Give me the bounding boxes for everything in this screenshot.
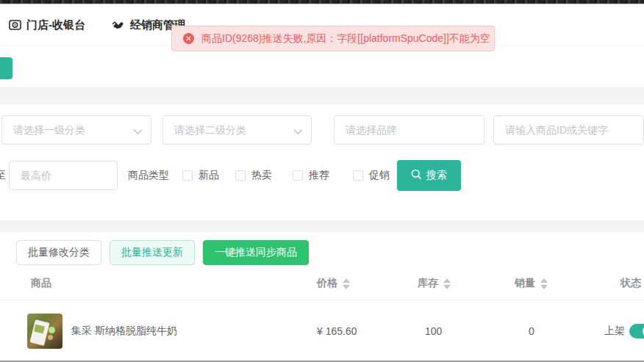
sales-cell: 0 xyxy=(512,325,594,337)
product-type-label: 商品类型 xyxy=(128,169,169,182)
max-price-field[interactable] xyxy=(9,161,118,190)
caret-down-icon[interactable] xyxy=(540,285,548,289)
filter-row-selects xyxy=(0,115,644,145)
checkbox-label: 热卖 xyxy=(251,169,272,182)
filter-panel: 至 商品类型 新品 热卖 推荐 促销 xyxy=(0,104,644,220)
max-price-input[interactable] xyxy=(9,161,118,190)
checkbox-icon[interactable] xyxy=(235,170,246,181)
status-toggle[interactable] xyxy=(629,324,644,339)
nav-item-label: 门店-收银台 xyxy=(26,18,85,32)
category-level2-select[interactable] xyxy=(162,115,312,145)
product-thumbnail[interactable] xyxy=(27,314,62,349)
error-toast-message: 商品ID(9268)推送失败,原因：字段[[platformSpuCode]]不… xyxy=(201,32,490,46)
stock-cell: 100 xyxy=(415,325,512,337)
price-cell: ¥ 165.60 xyxy=(314,325,415,337)
checkbox-promotion[interactable]: 促销 xyxy=(353,169,390,182)
cashier-monitor-icon xyxy=(9,19,21,31)
checkbox-icon[interactable] xyxy=(293,170,303,181)
checkbox-icon[interactable] xyxy=(353,170,363,181)
header-stock-label: 库存 xyxy=(418,277,438,290)
status-label: 上架 xyxy=(604,325,625,338)
category-level2-input[interactable] xyxy=(162,115,312,145)
chevron-down-icon xyxy=(293,126,303,137)
checkbox-label: 新品 xyxy=(198,169,219,182)
bulk-actions-toolbar: 批量修改分类 批量推送更新 一键推送同步商品 xyxy=(16,240,644,265)
header-stock: 库存 xyxy=(415,277,512,290)
caret-up-icon[interactable] xyxy=(343,278,350,283)
product-list-panel: 批量修改分类 批量推送更新 一键推送同步商品 商品 价格 库存 xyxy=(0,240,644,362)
one-click-push-sync-button[interactable]: 一键推送同步商品 xyxy=(203,240,309,265)
filter-row-price-type: 至 商品类型 新品 热卖 推荐 促销 xyxy=(0,160,644,191)
header-sales-label: 销量 xyxy=(515,277,535,290)
product-cell: 集采 斯纳格脱脂纯牛奶 xyxy=(0,314,314,349)
product-name[interactable]: 集采 斯纳格脱脂纯牛奶 xyxy=(71,325,177,338)
keyword-search-field[interactable] xyxy=(493,115,644,145)
header-price-label: 价格 xyxy=(317,277,337,290)
nav-item-store-cashier[interactable]: 门店-收银台 xyxy=(9,18,85,32)
product-table-header: 商品 价格 库存 销量 xyxy=(0,277,644,300)
collapsed-side-tab[interactable] xyxy=(0,57,12,79)
thumbnail-fruit xyxy=(49,327,55,333)
header-product: 商品 xyxy=(0,277,314,290)
section-divider-band xyxy=(0,220,644,232)
header-status: 状态 xyxy=(594,277,644,290)
checkbox-new-product[interactable]: 新品 xyxy=(182,169,219,182)
header-price: 价格 xyxy=(314,277,415,290)
keyword-input[interactable] xyxy=(493,115,644,145)
search-button[interactable]: 搜索 xyxy=(397,160,461,191)
checkbox-icon[interactable] xyxy=(182,170,193,181)
brand-input[interactable] xyxy=(334,115,484,145)
dealer-handshake-icon xyxy=(112,20,125,31)
sort-sales-control[interactable] xyxy=(540,278,548,289)
checkbox-recommended[interactable]: 推荐 xyxy=(293,169,329,182)
search-icon xyxy=(411,169,422,182)
price-range-to-label: 至 xyxy=(0,169,6,182)
search-button-label: 搜索 xyxy=(426,169,447,182)
checkbox-label: 促销 xyxy=(369,169,390,182)
error-circle-icon: ✕ xyxy=(183,33,194,44)
status-cell: 上架 xyxy=(594,324,644,339)
header-sales: 销量 xyxy=(512,277,594,290)
table-row: 集采 斯纳格脱脂纯牛奶 ¥ 165.60 100 0 上架 xyxy=(0,300,644,362)
checkbox-hot-sale[interactable]: 热卖 xyxy=(235,169,272,182)
sort-stock-control[interactable] xyxy=(443,278,451,289)
header-spacer xyxy=(0,46,644,87)
batch-edit-category-button[interactable]: 批量修改分类 xyxy=(16,240,101,265)
sort-price-control[interactable] xyxy=(343,278,350,289)
category-level1-select[interactable] xyxy=(1,115,151,145)
category-level1-input[interactable] xyxy=(1,115,151,145)
product-admin-page: 门店-收银台 经销商管理 ✕ 商品ID(9268)推送失败,原因：字段[[pla… xyxy=(0,0,644,362)
section-divider-band xyxy=(0,87,644,104)
caret-down-icon[interactable] xyxy=(343,285,350,289)
caret-up-icon[interactable] xyxy=(540,278,548,283)
error-toast: ✕ 商品ID(9268)推送失败,原因：字段[[platformSpuCode]… xyxy=(171,26,495,51)
checkbox-label: 推荐 xyxy=(309,169,329,182)
batch-push-update-button[interactable]: 批量推送更新 xyxy=(110,240,195,265)
brand-select[interactable] xyxy=(334,115,484,145)
caret-down-icon[interactable] xyxy=(443,285,451,289)
chevron-down-icon xyxy=(133,126,143,137)
caret-up-icon[interactable] xyxy=(443,278,451,283)
